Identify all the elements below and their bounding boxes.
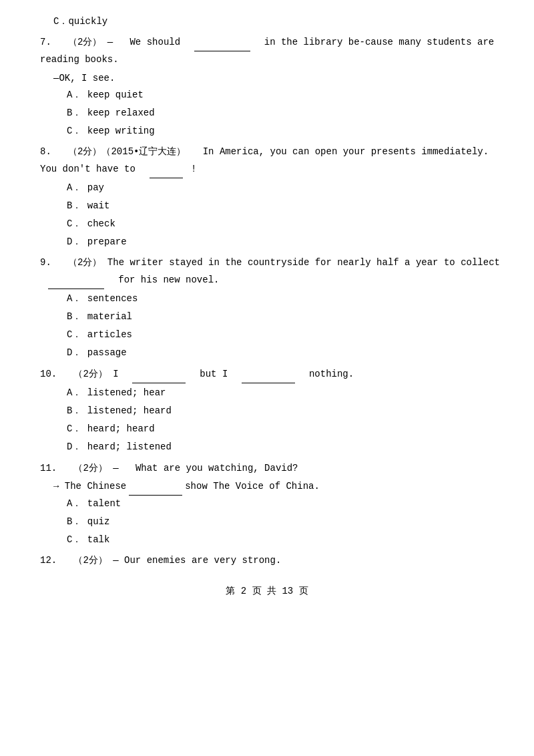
q8-option-a: A． pay: [27, 180, 507, 196]
q7-response-text: —OK, I see.: [53, 73, 115, 83]
q9-text-after: for his new novel.: [118, 274, 219, 285]
q9-blank: [48, 272, 104, 289]
q7-dash: —: [107, 37, 113, 47]
q10-option-a-label: A．: [67, 387, 81, 398]
q7-text-before: We should: [129, 37, 180, 47]
question-8: 8. （2分）（2015•辽宁大连） In America, you can o…: [27, 144, 507, 250]
q9-option-a-label: A．: [67, 293, 81, 304]
q7-option-c-label: C．: [67, 126, 81, 136]
q8-option-b-label: B．: [67, 200, 81, 211]
q11-response-blank: [129, 478, 182, 496]
q8-option-a-label: A．: [67, 182, 81, 193]
q11-option-c-text: talk: [87, 534, 110, 545]
q9-option-b-label: B．: [67, 311, 81, 322]
q10-option-a-text: listened; hear: [87, 387, 166, 398]
q7-option-a-text: keep quiet: [87, 89, 144, 100]
q10-blank1: [132, 366, 186, 383]
q10-option-b: B． listened; heard: [27, 403, 507, 419]
q8-option-d: D． prepare: [27, 234, 507, 250]
q12-header: 12. （2分） — Our enemies are very strong.: [27, 552, 507, 569]
q12-text: Our enemies are very strong.: [124, 555, 281, 566]
q10-option-b-label: B．: [67, 405, 81, 416]
q10-option-c: C． heard; heard: [27, 421, 507, 437]
q11-option-a-text: talent: [87, 498, 121, 509]
q9-text-before: The writer stayed in the countryside for…: [107, 257, 500, 268]
q11-option-b-label: B．: [67, 516, 81, 527]
q8-option-b-text: wait: [87, 200, 110, 211]
q9-option-b-text: material: [87, 311, 132, 322]
q7-option-c: C． keep writing: [27, 123, 507, 140]
q11-response: → The Chinese show The Voice of China.: [27, 478, 507, 496]
q11-dash: —: [113, 463, 118, 474]
q7-points: （2分）: [68, 37, 101, 47]
q7-blank: [194, 34, 250, 51]
q7-option-b: B． keep relaxed: [27, 105, 507, 122]
q7-option-c-text: keep writing: [87, 126, 155, 136]
q10-points: （2分）: [73, 369, 107, 379]
q11-response-prefix: → The Chinese: [53, 481, 126, 492]
q8-option-c: C． check: [27, 216, 507, 232]
q10-text-end: nothing.: [309, 369, 354, 379]
q10-number: 10.: [40, 369, 57, 379]
q8-number: 8.: [40, 146, 51, 157]
q12-number: 12.: [40, 555, 57, 566]
q7-number: 7.: [40, 37, 51, 47]
q9-option-d: D． passage: [27, 345, 507, 361]
q8-option-b: B． wait: [27, 198, 507, 214]
q7-option-b-label: B．: [67, 108, 81, 118]
q10-header: 10. （2分） I but I nothing.: [27, 366, 507, 383]
q10-option-c-text: heard; heard: [87, 423, 155, 434]
q11-option-a-label: A．: [67, 498, 81, 509]
q12-dash: —: [113, 555, 118, 566]
q11-option-b-text: quiz: [87, 516, 110, 527]
q8-header: 8. （2分）（2015•辽宁大连） In America, you can o…: [27, 144, 507, 178]
q10-option-a: A． listened; hear: [27, 385, 507, 401]
q11-text: What are you watching, David?: [136, 463, 298, 474]
q7-header: 7. （2分） — We should in the library be-ca…: [27, 34, 507, 68]
q10-option-c-label: C．: [67, 423, 81, 434]
q11-option-a: A． talent: [27, 496, 507, 512]
q10-option-d-text: heard; listened: [87, 441, 172, 452]
question-7: 7. （2分） — We should in the library be-ca…: [27, 34, 507, 140]
q8-text-after: !: [191, 164, 196, 174]
q7-response: —OK, I see.: [27, 70, 507, 87]
q9-option-a: A． sentences: [27, 291, 507, 307]
question-11: 11. （2分） — What are you watching, David?…: [27, 460, 507, 549]
q8-option-c-label: C．: [67, 218, 81, 229]
q7-option-a: A． keep quiet: [27, 87, 507, 104]
q9-option-d-label: D．: [67, 347, 81, 358]
q10-blank2: [242, 366, 295, 383]
q10-text-middle: but I: [200, 369, 228, 379]
page-footer: 第 2 页 共 13 页: [27, 583, 507, 600]
q8-blank: [150, 161, 183, 178]
option-c-quickly: C．quickly: [27, 13, 507, 30]
q9-header: 9. （2分） The writer stayed in the country…: [27, 254, 507, 289]
q11-points: （2分）: [73, 463, 107, 474]
q7-option-a-label: A．: [67, 89, 81, 100]
q9-option-b: B． material: [27, 309, 507, 325]
q10-option-d: D． heard; listened: [27, 439, 507, 455]
q11-header: 11. （2分） — What are you watching, David?: [27, 460, 507, 477]
question-10: 10. （2分） I but I nothing. A． listened; h…: [27, 366, 507, 456]
q10-option-b-text: listened; heard: [87, 405, 172, 416]
q11-option-c: C． talk: [27, 532, 507, 548]
q8-option-c-text: check: [87, 218, 115, 229]
q11-response-suffix: show The Voice of China.: [185, 481, 320, 492]
q11-number: 11.: [40, 463, 57, 474]
page-footer-text: 第 2 页 共 13 页: [226, 586, 308, 596]
question-9: 9. （2分） The writer stayed in the country…: [27, 254, 507, 361]
q8-option-d-label: D．: [67, 236, 81, 247]
q8-option-a-text: pay: [87, 182, 104, 193]
q9-points: （2分）: [68, 257, 101, 268]
q9-number: 9.: [40, 257, 51, 268]
question-12: 12. （2分） — Our enemies are very strong.: [27, 552, 507, 569]
q7-option-b-text: keep relaxed: [87, 108, 155, 118]
q10-text: I: [113, 369, 118, 379]
q9-option-c-text: articles: [87, 329, 132, 340]
q9-option-d-text: passage: [87, 347, 127, 358]
q8-points: （2分）（2015•辽宁大连）: [68, 146, 186, 157]
q11-option-c-label: C．: [67, 534, 81, 545]
q8-option-d-text: prepare: [87, 236, 127, 247]
option-c-quickly-text: C．quickly: [53, 16, 107, 27]
q9-option-c: C． articles: [27, 327, 507, 343]
